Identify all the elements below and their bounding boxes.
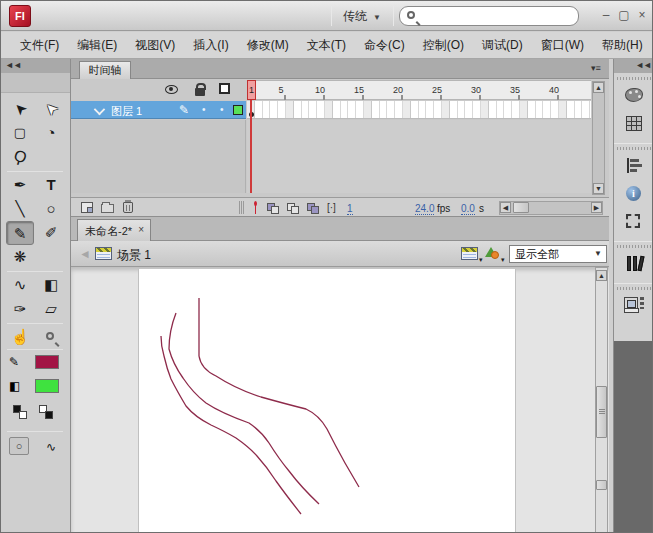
stage-vertical-scrollbar[interactable]: ▲ <box>595 267 608 533</box>
tools-panel-collapse[interactable]: ◄◄ <box>1 59 70 73</box>
timeline-vertical-scrollbar[interactable]: ▲ ▼ <box>592 81 605 195</box>
stroke-color-swatch[interactable] <box>35 355 59 369</box>
free-transform-tool-icon[interactable]: ▢ <box>6 121 34 145</box>
pencil-mode-smooth-icon[interactable]: ∿ <box>37 435 65 459</box>
menu-edit[interactable]: 编辑(E) <box>68 33 126 58</box>
scrollbar-thumb-end[interactable] <box>596 480 607 490</box>
components-panel-button[interactable] <box>618 295 651 319</box>
library-panel-button[interactable] <box>618 253 651 277</box>
dock-collapse-button[interactable]: ◄◄ <box>614 59 653 73</box>
swatches-panel-button[interactable] <box>618 113 651 137</box>
info-panel-button[interactable]: i <box>618 183 651 207</box>
search-input[interactable] <box>399 6 579 26</box>
scroll-down-icon[interactable]: ▼ <box>593 183 604 194</box>
tab-timeline[interactable]: 时间轴 <box>79 61 131 79</box>
maximize-button[interactable]: ▢ <box>617 9 631 23</box>
timeline-bottom-bar: [·] 1 24.0 fps 0.0 s ◀ ▶ <box>71 197 613 217</box>
menu-help[interactable]: 帮助(H) <box>593 33 652 58</box>
stage-zoom-select[interactable]: 显示全部 ▼ <box>509 245 607 263</box>
back-arrow-icon[interactable]: ◄ <box>79 247 91 261</box>
menu-modify[interactable]: 修改(M) <box>238 33 298 58</box>
show-hide-layers-icon[interactable] <box>165 85 178 94</box>
eyedropper-tool-icon[interactable]: ✑ <box>6 297 34 321</box>
current-frame-value[interactable]: 1 <box>347 203 353 215</box>
scene-name-label: 场景 1 <box>117 247 151 264</box>
brush-tool-icon[interactable]: ✐ <box>37 221 65 245</box>
object-drawing-toggle[interactable]: ○ <box>9 437 29 455</box>
edit-multiple-frames-button[interactable] <box>307 203 320 214</box>
edit-scene-button[interactable] <box>461 247 478 260</box>
frames-empty-area[interactable] <box>247 120 591 193</box>
menu-text[interactable]: 文本(T) <box>298 33 355 58</box>
edit-symbol-button[interactable] <box>485 246 501 260</box>
menu-insert[interactable]: 插入(I) <box>184 33 237 58</box>
center-frame-button[interactable] <box>253 201 258 214</box>
new-folder-button[interactable] <box>101 204 114 213</box>
pencil-tool-icon[interactable]: ✎ <box>6 221 34 245</box>
hand-tool-icon[interactable]: ☝ <box>6 325 34 349</box>
layer-row[interactable]: 图层 1 ✎ • • <box>71 101 246 119</box>
frames-row[interactable] <box>247 101 591 119</box>
close-button[interactable]: × <box>635 9 649 23</box>
scroll-up-icon[interactable]: ▲ <box>593 82 604 93</box>
transform-panel-button[interactable] <box>618 211 651 235</box>
zoom-tool-icon[interactable] <box>37 325 65 349</box>
3d-rotation-tool-icon[interactable]: ◔ <box>37 121 65 145</box>
menu-file[interactable]: 文件(F) <box>11 33 68 58</box>
timeline-horizontal-scrollbar[interactable]: ◀ ▶ <box>499 201 603 215</box>
panel-resize-gripper[interactable] <box>239 201 244 214</box>
align-panel-button[interactable] <box>618 155 651 179</box>
elapsed-time-value[interactable]: 0.0 <box>461 203 475 215</box>
modify-markers-button[interactable]: [·] <box>327 202 336 213</box>
scrollbar-thumb[interactable] <box>596 386 607 438</box>
panel-gripper[interactable] <box>617 287 651 290</box>
document-tab[interactable]: 未命名-2* × <box>77 219 151 241</box>
lock-layers-icon[interactable] <box>195 88 205 96</box>
scroll-up-icon[interactable]: ▲ <box>596 270 607 281</box>
onion-skin-outlines-button[interactable] <box>287 203 300 214</box>
menu-window[interactable]: 窗口(W) <box>532 33 593 58</box>
black-white-colors-icon <box>19 411 27 419</box>
scroll-right-icon[interactable]: ▶ <box>591 202 602 213</box>
text-tool-icon[interactable]: T <box>37 173 65 197</box>
outline-layers-icon[interactable] <box>219 83 230 94</box>
panel-menu-icon[interactable]: ▾≡ <box>591 63 601 73</box>
playhead-line[interactable] <box>250 100 252 193</box>
layer-name[interactable]: 图层 1 <box>111 104 142 119</box>
line-tool-icon[interactable]: ╲ <box>6 197 34 221</box>
bone-tool-icon[interactable]: ∿ <box>6 273 34 297</box>
new-layer-button[interactable] <box>81 202 93 213</box>
color-panel-button[interactable] <box>618 85 651 109</box>
paint-bucket-tool-icon[interactable]: ◧ <box>37 273 65 297</box>
pen-tool-icon[interactable]: ✒ <box>6 173 34 197</box>
selection-tool-icon[interactable]: ➤ <box>6 97 34 121</box>
layer-outline-color-swatch[interactable] <box>233 105 243 115</box>
panel-gripper[interactable] <box>617 147 651 150</box>
eraser-tool-icon[interactable]: ▱ <box>37 297 65 321</box>
minimize-button[interactable]: – <box>599 9 613 23</box>
frame-rate-value[interactable]: 24.0 <box>415 203 434 215</box>
oval-tool-icon[interactable]: ○ <box>37 197 65 221</box>
panel-gripper[interactable] <box>617 77 651 80</box>
scrollbar-thumb[interactable] <box>513 202 529 213</box>
panel-gripper[interactable] <box>617 245 651 248</box>
fill-color-swatch[interactable] <box>35 379 59 393</box>
info-icon: i <box>626 186 641 201</box>
workspace-switcher[interactable]: 传统▼ <box>337 7 387 26</box>
tab-close-icon[interactable]: × <box>138 224 144 235</box>
layers-empty-area[interactable] <box>71 120 246 193</box>
layer-lock-dot[interactable]: • <box>220 104 224 115</box>
deco-tool-icon[interactable]: ❋ <box>6 245 34 269</box>
lasso-tool-icon[interactable]: Ϙ <box>6 145 34 169</box>
menu-view[interactable]: 视图(V) <box>126 33 184 58</box>
pasteboard[interactable]: ▲ <box>71 267 613 533</box>
subselection-tool-icon[interactable]: ➤ <box>37 97 65 121</box>
menu-commands[interactable]: 命令(C) <box>355 33 414 58</box>
scroll-left-icon[interactable]: ◀ <box>500 202 511 213</box>
delete-layer-button[interactable] <box>123 202 133 213</box>
menu-debug[interactable]: 调试(D) <box>473 33 532 58</box>
layer-visibility-dot[interactable]: • <box>202 104 206 115</box>
onion-skin-button[interactable] <box>267 203 280 214</box>
menu-control[interactable]: 控制(O) <box>414 33 473 58</box>
playhead-frame-indicator[interactable]: 1 <box>247 80 256 100</box>
